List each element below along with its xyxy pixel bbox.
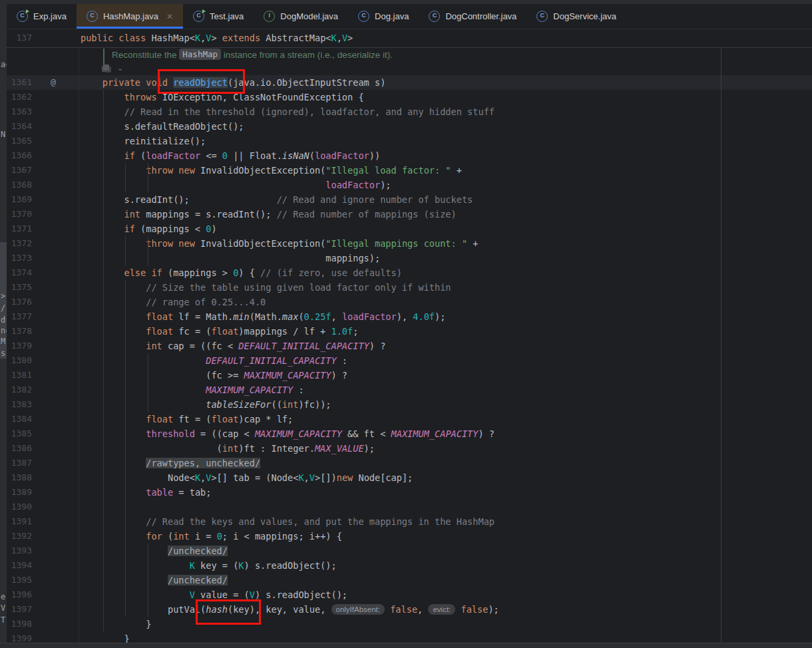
tab-label: Dog.java xyxy=(375,11,409,21)
red-annotation-box xyxy=(158,69,245,94)
line-number: 1392 xyxy=(7,529,32,544)
line-number: 1369 xyxy=(7,192,32,207)
code-line: 1362 throws IOException, ClassNotFoundEx… xyxy=(7,90,812,104)
line-number: 1386 xyxy=(7,441,32,456)
javadoc-text: Reconstitute the HashMap instance from a… xyxy=(112,48,393,63)
code-editor[interactable]: Reconstitute the HashMap instance from a… xyxy=(7,48,812,643)
chevron-down-icon[interactable]: ⌄ xyxy=(117,63,123,74)
line-number: 1388 xyxy=(7,470,32,485)
line-number: 1368 xyxy=(7,178,32,192)
tab-label: Test.java xyxy=(210,11,244,21)
clipped-text-fragment: Tr xyxy=(1,615,7,625)
line-number: 1380 xyxy=(7,353,32,368)
clipped-text-fragment: > xyxy=(1,291,5,301)
clipped-text-fragment: e- xyxy=(1,592,7,601)
line-number: 1378 xyxy=(7,324,32,339)
clipped-text-fragment: /, xyxy=(1,303,7,313)
annotation-layers-icon xyxy=(103,65,109,71)
line-number: 1376 xyxy=(7,295,32,309)
close-icon[interactable]: ✕ xyxy=(166,12,173,21)
interface-icon: I xyxy=(264,11,275,22)
red-annotation-box xyxy=(196,599,261,625)
code-line: 1396 V value = (V) s.readObject(); xyxy=(7,587,812,602)
tab-label: HashMap.java xyxy=(103,11,158,21)
pinned-context-line[interactable]: 137 public class HashMap<K,V> extends Ab… xyxy=(7,29,812,48)
line-number: 1393 xyxy=(7,544,32,558)
tab-hashmap-java[interactable]: CHashMap.java✕ xyxy=(77,4,183,29)
line-number: 1363 xyxy=(7,104,32,119)
folded-annotation-chip[interactable]: /unchecked/ xyxy=(168,546,228,556)
code-line: 1379 int cap = ((fc < DEFAULT_INITIAL_CA… xyxy=(7,339,812,353)
ide-window: acN>/,dncMse-VTr CExp.javaCHashMap.java✕… xyxy=(0,0,812,648)
code-line: 1381 (fc >= MAXIMUM_CAPACITY) ? xyxy=(7,368,812,383)
code-line: 1380 DEFAULT_INITIAL_CAPACITY : xyxy=(7,353,812,368)
tab-test-java[interactable]: CTest.java xyxy=(183,4,254,29)
gutter-annotation-icon[interactable]: @ xyxy=(51,75,56,90)
line-number: 1367 xyxy=(7,163,32,178)
tab-dog-java[interactable]: CDog.java xyxy=(348,4,419,29)
indent-guide xyxy=(148,236,148,265)
tab-dogcontroller-java[interactable]: CDogController.java xyxy=(419,4,526,29)
line-number: 1364 xyxy=(7,119,32,134)
line-number: 1391 xyxy=(7,514,32,529)
indent-guide xyxy=(125,163,126,192)
javadoc-text-before: Reconstitute the xyxy=(112,50,179,60)
code-line: 1378 float fc = (float)mappings / lf + 1… xyxy=(7,324,812,339)
code-line: 1388 Node<K,V>[] tab = (Node<K,V>[])new … xyxy=(7,470,812,485)
code-line: 1367 throw new InvalidObjectException("I… xyxy=(7,163,812,178)
code-line: 1389 table = tab; xyxy=(7,485,812,500)
line-number: 1373 xyxy=(7,251,32,265)
line-number: 1395 xyxy=(7,573,32,587)
tab-label: DogModel.java xyxy=(280,11,338,21)
code-line: 1395 /unchecked/ xyxy=(7,573,812,587)
class-icon: C xyxy=(536,11,548,22)
pinned-line-code: public class HashMap<K,V> extends Abstra… xyxy=(81,33,353,43)
line-number: 1362 xyxy=(7,90,32,104)
code-line: 1391 // Read the keys and values, and pu… xyxy=(7,514,812,529)
line-number: 1377 xyxy=(7,309,32,324)
tab-dogservice-java[interactable]: CDogService.java xyxy=(526,4,626,29)
code-line: 1393 /unchecked/ xyxy=(7,544,812,558)
clipped-text-fragment: d xyxy=(1,315,5,325)
indent-guide xyxy=(103,90,104,631)
code-line: 1366 if (loadFactor <= 0 || Float.isNaN(… xyxy=(7,148,812,163)
clipped-text-fragment: nc xyxy=(1,326,7,335)
line-number: 1375 xyxy=(7,280,32,295)
code-line: 1397 putVal(hash(key), key, value, onlyI… xyxy=(7,602,812,617)
code-line: 1361@ private void readObject(java.io.Ob… xyxy=(7,75,812,90)
line-number: 1382 xyxy=(7,383,32,397)
line-number: 1361 xyxy=(7,75,32,90)
line-number: 1398 xyxy=(7,617,32,631)
folded-annotation-row[interactable]: ⌄ xyxy=(7,63,812,75)
code-line: 1384 float ft = (float)cap * lf; xyxy=(7,412,812,426)
class-icon: C xyxy=(358,11,369,22)
code-line: 1386 (int)ft : Integer.MAX_VALUE); xyxy=(7,441,812,456)
code-line: 1373 mappings); xyxy=(7,251,812,265)
folded-annotation-chip[interactable]: /unchecked/ xyxy=(168,575,228,585)
tab-exp-java[interactable]: CExp.java xyxy=(7,4,77,29)
line-number: 1381 xyxy=(7,368,32,383)
line-number: 1384 xyxy=(7,412,32,426)
indent-guide xyxy=(148,163,148,192)
line-number: 1370 xyxy=(7,207,32,222)
code-line: 1363 // Read in the threshold (ignored),… xyxy=(7,104,812,119)
code-line: 1382 MAXIMUM_CAPACITY : xyxy=(7,383,812,397)
class-icon: C xyxy=(87,11,98,22)
indent-guide xyxy=(148,353,148,412)
rendered-javadoc-line: Reconstitute the HashMap instance from a… xyxy=(7,48,812,63)
code-line: 1394 K key = (K) s.readObject(); xyxy=(7,558,812,573)
tab-dogmodel-java[interactable]: IDogModel.java xyxy=(254,4,348,29)
code-line: 1365 reinitialize(); xyxy=(7,134,812,148)
line-number: 1372 xyxy=(7,236,32,251)
folded-annotation-chip[interactable]: /rawtypes, unchecked/ xyxy=(146,458,260,468)
line-number: 1390 xyxy=(7,500,32,514)
code-line: 1377 float lf = Math.min(Math.max(0.25f,… xyxy=(7,309,812,324)
indent-guide xyxy=(125,236,126,265)
code-line: 1372 throw new InvalidObjectException("I… xyxy=(7,236,812,251)
line-number: 1366 xyxy=(7,148,32,163)
code-line: 1375 // Size the table using given load … xyxy=(7,280,812,295)
line-number: 1396 xyxy=(7,587,32,602)
javadoc-text-after: instance from a stream (i.e., deserializ… xyxy=(221,50,393,60)
indent-guide xyxy=(125,280,126,617)
class-icon: C xyxy=(429,11,440,22)
